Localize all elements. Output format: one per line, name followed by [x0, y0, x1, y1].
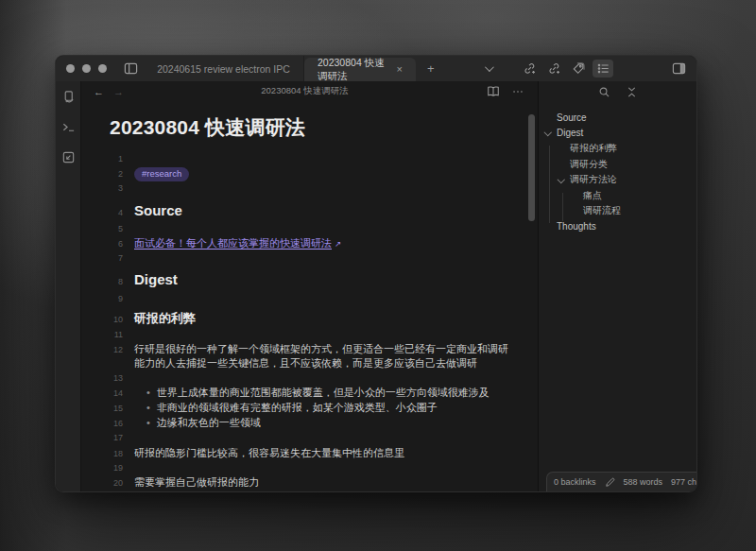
editor-header: ← → 20230804 快速调研法 [81, 81, 538, 101]
chevron-down-icon[interactable] [477, 60, 498, 77]
bullet-text: 世界上成体量的商业范围都能被覆盖，但是小众的一些方向领域很难涉及 [157, 386, 490, 400]
line-number: 5 [110, 222, 123, 236]
terminal-icon[interactable] [61, 120, 76, 138]
tab-kuaisu-diaoyanfa[interactable]: 20230804 快速调研法 × [304, 58, 416, 81]
editor-line[interactable]: 18研报的隐形门槛比较高，很容易迷失在大量集中性的信息里 [110, 446, 513, 461]
outline-tree: SourceDigest研报的利弊调研分类调研方法论痛点调研流程Thoughts [539, 106, 696, 472]
insert-embed-icon[interactable] [543, 60, 564, 77]
status-bar: 0 backlinks 588 words 977 characters [546, 472, 696, 491]
file-switcher-icon[interactable] [61, 90, 76, 108]
outline-item[interactable]: 痛点 [539, 188, 696, 204]
editor-line[interactable]: 17 [110, 431, 513, 445]
editor-line[interactable]: 19 [110, 461, 513, 475]
pencil-icon [605, 477, 615, 488]
more-options-icon[interactable] [506, 85, 530, 98]
collapse-all-icon[interactable] [626, 85, 638, 102]
editor-line[interactable]: 3 [110, 181, 513, 196]
line-number: 18 [110, 447, 123, 461]
editor-line[interactable]: 6面试必备！每个人都应该掌握的快速调研法↗ [110, 236, 513, 251]
line-number: 17 [110, 431, 123, 445]
line-number: 15 [110, 402, 123, 416]
outline-item[interactable]: Source [539, 110, 696, 126]
tab-review-electron-ipc[interactable]: 20240615 review electron IPC [144, 56, 304, 81]
external-link-icon: ↗ [335, 237, 341, 251]
line-number: 16 [110, 417, 123, 431]
line-number: 14 [110, 387, 123, 401]
insert-link-icon[interactable] [519, 60, 540, 77]
outline-item-label: 调研流程 [583, 204, 621, 217]
editor-line[interactable]: 11 [110, 328, 513, 342]
chevron-down-icon[interactable] [544, 129, 552, 136]
tab-bar: 20240615 review electron IPC 20230804 快速… [144, 56, 446, 81]
line-number: 10 [110, 313, 123, 327]
editor-scrollbar[interactable] [528, 114, 535, 221]
bullet-text: 非商业的领域很难有完整的研报，如某个游戏类型、小众圈子 [157, 401, 438, 415]
tags-icon[interactable] [568, 60, 589, 77]
markdown-editor[interactable]: 20230804 快速调研法 12#research34Source56面试必备… [81, 101, 538, 491]
line-number: 4 [110, 206, 123, 220]
zoom-window-button[interactable] [98, 64, 107, 73]
minimize-window-button[interactable] [82, 64, 91, 73]
close-window-button[interactable] [66, 64, 75, 73]
line-number: 12 [110, 343, 123, 357]
word-count[interactable]: 588 words [624, 477, 663, 487]
editor-lines: 12#research34Source56面试必备！每个人都应该掌握的快速调研法… [110, 152, 513, 491]
line-number: 13 [110, 371, 123, 386]
outline-item-label: Source [557, 112, 587, 123]
line-number: 7 [110, 251, 123, 266]
titlebar: 20240615 review electron IPC 20230804 快速… [56, 56, 696, 81]
tab-label: 20240615 review electron IPC [157, 63, 290, 75]
tab-close-icon[interactable]: × [397, 64, 403, 75]
editor-line[interactable]: 1 [110, 152, 513, 166]
bullet-text: 边缘和灰色的一些领域 [157, 416, 261, 430]
editor-line[interactable]: 21•信息搜集 [110, 491, 513, 491]
outline-item[interactable]: 研报的利弊 [539, 141, 696, 157]
outline-item[interactable]: Thoughts [539, 219, 696, 235]
editor-line[interactable]: 2#research [110, 166, 513, 181]
tag-pill[interactable]: #research [134, 167, 189, 181]
outline-item-label: Thoughts [557, 221, 596, 232]
back-icon[interactable]: ← [89, 86, 109, 97]
view-header-title: 20230804 快速调研法 [129, 85, 481, 97]
editor-line[interactable]: 4Source [110, 201, 513, 220]
titlebar-spacer [446, 56, 477, 81]
outline-list-icon[interactable] [593, 60, 613, 77]
editor-line[interactable]: 16•边缘和灰色的一些领域 [110, 416, 513, 431]
backlinks-count[interactable]: 0 backlinks [554, 477, 596, 487]
outline-item-label: 痛点 [583, 189, 602, 202]
outline-item[interactable]: Digest [539, 126, 696, 142]
panel-right-icon[interactable] [668, 60, 689, 77]
outline-item-label: Digest [557, 128, 583, 138]
editor-line[interactable]: 15•非商业的领域很难有完整的研报，如某个游戏类型、小众圈子 [110, 401, 513, 416]
editor-line[interactable]: 12行研是很好的一种了解一个领域框架的方式，但更适合一些已经有一定商业和调研能力… [110, 342, 513, 370]
outline-item[interactable]: 调研方法论 [539, 172, 696, 188]
editor-line[interactable]: 13 [110, 371, 513, 386]
line-number: 20 [110, 476, 123, 491]
editor-line[interactable]: 7 [110, 251, 513, 266]
window-controls[interactable] [56, 56, 118, 81]
editor-line[interactable]: 20需要掌握自己做研报的能力 [110, 475, 513, 491]
editor-line[interactable]: 10研报的利弊 [110, 310, 513, 327]
search-icon[interactable] [598, 85, 610, 102]
line-number: 2 [110, 167, 123, 181]
bullet-icon: • [146, 491, 150, 491]
outline-item[interactable]: 调研分类 [539, 157, 696, 173]
new-tab-button[interactable]: + [416, 56, 446, 81]
character-count[interactable]: 977 characters [671, 477, 696, 487]
reading-view-icon[interactable] [481, 85, 506, 98]
panel-left-icon[interactable] [118, 56, 144, 81]
external-link[interactable]: 面试必备！每个人都应该掌握的快速调研法↗ [134, 237, 341, 249]
popout-window-icon[interactable] [61, 150, 76, 168]
editor-line[interactable]: 8Digest [110, 270, 513, 289]
chevron-down-icon[interactable] [558, 175, 565, 182]
inline-title[interactable]: 20230804 快速调研法 [110, 114, 513, 141]
forward-icon[interactable]: → [109, 86, 129, 97]
editor-line[interactable]: 5 [110, 222, 513, 236]
tab-label: 20230804 快速调研法 [318, 57, 389, 83]
line-number: 8 [110, 275, 123, 289]
line-number: 9 [110, 292, 123, 306]
outline-item[interactable]: 调研流程 [539, 203, 696, 219]
line-number: 11 [110, 328, 123, 342]
editor-line[interactable]: 9 [110, 292, 513, 306]
editor-line[interactable]: 14•世界上成体量的商业范围都能被覆盖，但是小众的一些方向领域很难涉及 [110, 386, 513, 401]
